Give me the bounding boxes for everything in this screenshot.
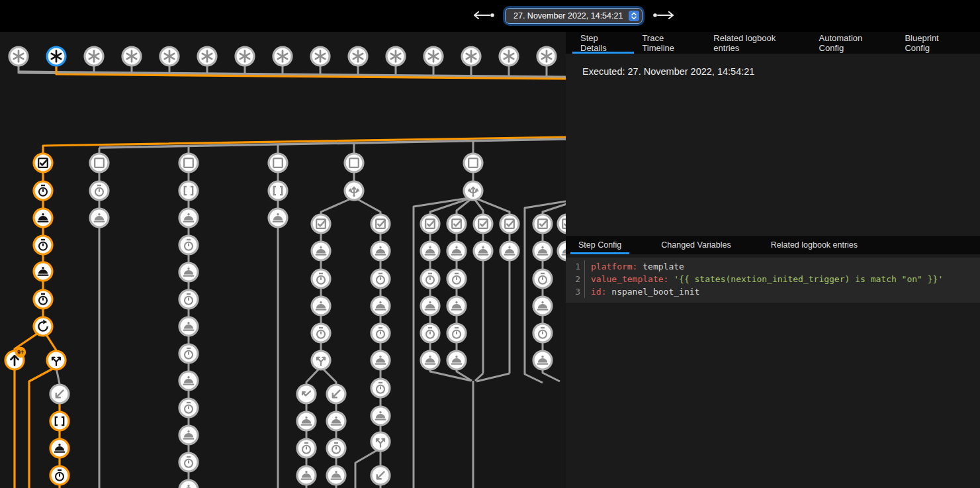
trace-node-timer-delay-icon[interactable]: [327, 439, 345, 458]
trace-node-service-call-icon[interactable]: [421, 297, 439, 315]
trace-node-decision-choose-icon[interactable]: [345, 181, 363, 200]
trace-node-service-call-icon[interactable]: [558, 242, 566, 260]
trace-node-arrow-bottom-left-icon[interactable]: [50, 385, 69, 403]
trace-node-timer-delay-icon[interactable]: [179, 290, 198, 309]
trace-node-timer-delay-icon[interactable]: [34, 290, 52, 309]
trace-node-service-call-icon[interactable]: [327, 412, 345, 430]
trace-node-checkbox-condition-icon[interactable]: [558, 215, 566, 233]
trace-node-service-call-icon[interactable]: [447, 351, 466, 369]
trace-node-service-call-icon[interactable]: [179, 209, 198, 227]
trace-node-service-call-icon[interactable]: [34, 262, 52, 281]
trace-node-arrow-bottom-left-icon[interactable]: [371, 466, 390, 485]
next-run-button[interactable]: [651, 9, 676, 23]
step-config-code-editor[interactable]: 1platform: template2value_template: '{{ …: [566, 258, 980, 303]
trace-node-asterisk-trigger-icon[interactable]: [9, 47, 28, 66]
trace-node-service-call-icon[interactable]: [371, 407, 390, 425]
trace-node-timer-delay-icon[interactable]: [533, 269, 552, 288]
trace-node-checkbox-condition-icon[interactable]: [533, 215, 552, 233]
config-tab-step-config[interactable]: Step Config: [570, 236, 629, 254]
trace-node-timer-delay-icon[interactable]: [371, 379, 390, 397]
trace-graph[interactable]: 9+: [0, 32, 566, 488]
trace-node-service-call-icon[interactable]: [179, 317, 198, 336]
trace-node-service-call-icon[interactable]: [269, 209, 287, 227]
config-tab-changed-variables[interactable]: Changed Variables: [653, 236, 738, 254]
trace-node-timer-delay-icon[interactable]: [179, 453, 198, 471]
trace-node-checkbox-condition-icon[interactable]: [312, 215, 330, 233]
trace-node-service-call-icon[interactable]: [447, 242, 466, 260]
previous-run-button[interactable]: [471, 9, 496, 23]
trace-node-asterisk-trigger-icon[interactable]: [47, 47, 66, 66]
trace-node-service-call-icon[interactable]: [371, 351, 390, 369]
trace-node-service-call-icon[interactable]: [312, 297, 330, 315]
trace-node-service-call-icon[interactable]: [447, 297, 466, 315]
trace-node-timer-delay-icon[interactable]: [421, 324, 439, 342]
trace-node-asterisk-trigger-icon[interactable]: [198, 47, 216, 66]
trace-node-timer-delay-icon[interactable]: [312, 324, 330, 342]
trace-node-timer-delay-icon[interactable]: [179, 344, 198, 363]
trace-node-asterisk-trigger-icon[interactable]: [160, 47, 179, 66]
trace-node-timer-delay-icon[interactable]: [297, 439, 316, 458]
trace-node-asterisk-trigger-icon[interactable]: [462, 47, 480, 66]
trace-node-timer-delay-icon[interactable]: [447, 324, 466, 342]
trace-node-asterisk-trigger-icon[interactable]: [500, 47, 518, 66]
trace-node-service-call-icon[interactable]: [533, 351, 552, 369]
trace-node-checkbox-condition-icon[interactable]: [421, 215, 439, 233]
trace-node-timer-delay-icon[interactable]: [371, 324, 390, 342]
trace-node-square-condition-icon[interactable]: [464, 154, 482, 172]
trace-node-timer-delay-icon[interactable]: [90, 181, 109, 200]
trace-node-asterisk-trigger-icon[interactable]: [349, 47, 367, 66]
trace-node-brackets-template-icon[interactable]: [179, 181, 198, 200]
trace-node-asterisk-trigger-icon[interactable]: [386, 47, 405, 66]
trace-node-arrow-bottom-left-icon[interactable]: [327, 385, 345, 403]
trace-node-square-condition-icon[interactable]: [90, 154, 109, 172]
trace-node-asterisk-trigger-icon[interactable]: [122, 47, 141, 66]
trace-node-asterisk-trigger-icon[interactable]: [236, 47, 254, 66]
trace-node-service-call-icon[interactable]: [421, 242, 439, 260]
trace-node-service-call-icon[interactable]: [179, 371, 198, 390]
trace-node-service-call-icon[interactable]: [371, 242, 390, 260]
tab-automation-config[interactable]: Automation Config: [811, 32, 897, 54]
trace-node-service-call-icon[interactable]: [34, 209, 52, 227]
trace-node-check-arrow-icon[interactable]: [297, 385, 316, 403]
trace-node-service-call-icon[interactable]: [327, 466, 345, 485]
trace-node-asterisk-trigger-icon[interactable]: [424, 47, 443, 66]
trace-node-checkbox-condition-icon[interactable]: [34, 154, 52, 172]
trace-node-service-call-icon[interactable]: [179, 480, 198, 488]
trace-run-selector[interactable]: 27. November 2022, 14:54:21: [505, 8, 643, 24]
trace-node-timer-delay-icon[interactable]: [533, 324, 552, 342]
trace-node-timer-delay-icon[interactable]: [371, 269, 390, 288]
tab-blueprint-config[interactable]: Blueprint Config: [897, 32, 973, 54]
trace-node-timer-delay-icon[interactable]: [34, 181, 52, 200]
trace-node-square-condition-icon[interactable]: [179, 154, 198, 172]
trace-node-asterisk-trigger-icon[interactable]: [273, 47, 292, 66]
trace-node-asterisk-trigger-icon[interactable]: [311, 47, 330, 66]
trace-node-split-choose-icon[interactable]: [312, 351, 330, 369]
trace-node-checkbox-condition-icon[interactable]: [371, 215, 390, 233]
trace-node-timer-delay-icon[interactable]: [179, 236, 198, 254]
trace-node-service-call-icon[interactable]: [371, 297, 390, 315]
trace-node-service-call-icon[interactable]: [50, 439, 69, 458]
tab-trace-timeline[interactable]: Trace Timeline: [634, 32, 705, 54]
tab-related-logbook-entries[interactable]: Related logbook entries: [705, 32, 811, 54]
trace-node-asterisk-trigger-icon[interactable]: [537, 47, 556, 66]
tab-step-details[interactable]: Step Details: [572, 32, 634, 54]
trace-node-split-choose-icon[interactable]: [47, 351, 66, 369]
trace-node-service-call-icon[interactable]: [533, 242, 552, 260]
trace-node-square-condition-icon[interactable]: [269, 154, 287, 172]
trace-node-service-call-icon[interactable]: [90, 209, 109, 227]
trace-node-service-call-icon[interactable]: [421, 351, 439, 369]
trace-node-repeat-icon[interactable]: [34, 317, 52, 336]
trace-node-timer-delay-icon[interactable]: [179, 399, 198, 417]
trace-node-timer-delay-icon[interactable]: [312, 269, 330, 288]
trace-node-service-call-icon[interactable]: [179, 426, 198, 444]
trace-node-service-call-icon[interactable]: [179, 263, 198, 281]
trace-node-timer-delay-icon[interactable]: [447, 269, 466, 288]
trace-node-asterisk-trigger-icon[interactable]: [85, 47, 103, 66]
trace-node-timer-delay-icon[interactable]: [34, 236, 52, 254]
trace-node-service-call-icon[interactable]: [474, 242, 492, 260]
trace-node-square-condition-icon[interactable]: [345, 154, 363, 172]
trace-node-split-choose-icon[interactable]: [371, 432, 390, 451]
trace-node-checkbox-condition-icon[interactable]: [447, 215, 466, 233]
trace-node-checkbox-condition-icon[interactable]: [474, 215, 492, 233]
config-tab-related-logbook-entries[interactable]: Related logbook entries: [763, 236, 866, 254]
